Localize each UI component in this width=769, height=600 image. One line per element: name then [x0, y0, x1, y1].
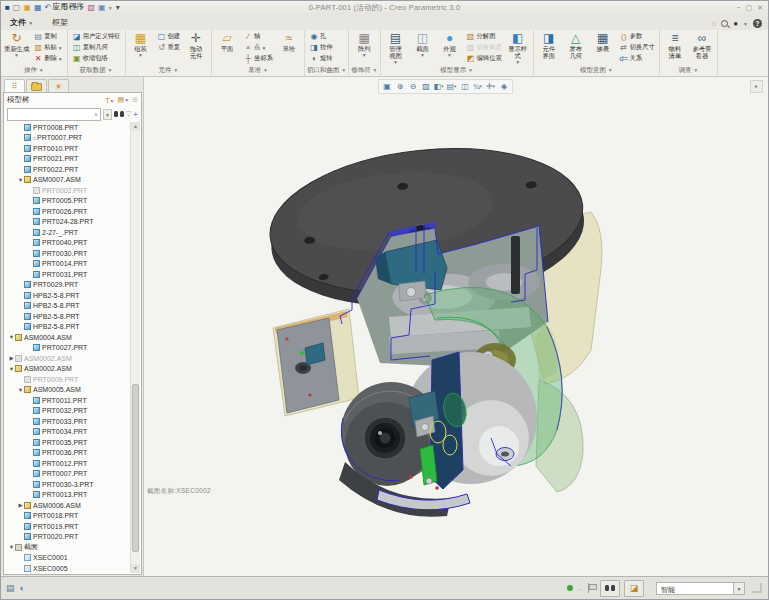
- annotation-display-icon[interactable]: ¾▼: [472, 81, 484, 92]
- flag-icon[interactable]: [587, 583, 596, 593]
- tree-item-PRT0029.PRT[interactable]: PRT0029.PRT: [5, 280, 131, 291]
- ribbon-button-草绘[interactable]: ≈草绘: [276, 31, 302, 64]
- expand-search-icon[interactable]: +: [133, 110, 138, 119]
- ribbon-button-拖动元件[interactable]: ✛拖动 元件: [183, 31, 209, 64]
- ribbon-button-截面[interactable]: ◫截面▼: [410, 31, 436, 64]
- ribbon-button-粘贴[interactable]: ▥粘贴▼: [31, 42, 65, 53]
- ribbon-group-label[interactable]: 切口和曲面 ▼: [307, 64, 346, 75]
- tab-model-tree[interactable]: ⠿: [4, 79, 25, 93]
- ribbon-group-label[interactable]: 获取数据 ▼: [70, 64, 123, 75]
- tree-item-PRT024-28.PRT[interactable]: PRT024-28.PRT: [5, 217, 131, 228]
- datum-display-icon[interactable]: ✛▼: [485, 81, 497, 92]
- new-file-icon[interactable]: ▢: [13, 4, 21, 12]
- toolbar-overflow-icon[interactable]: ▸: [750, 80, 763, 93]
- gimbal-camera-model[interactable]: [239, 132, 649, 532]
- tree-item-PRT0009.PRT[interactable]: PRT0009.PRT: [5, 374, 131, 385]
- tree-item-PRT0010.PRT[interactable]: PRT0010.PRT: [5, 143, 131, 154]
- view-manager-icon[interactable]: ◫: [459, 81, 471, 92]
- app-icon[interactable]: ■: [5, 4, 10, 12]
- tree-item-截面[interactable]: ▼截面: [5, 542, 131, 553]
- help-icon[interactable]: ?: [753, 19, 762, 28]
- display-style-icon[interactable]: ◧▼: [433, 81, 445, 92]
- ribbon-button-拉伸[interactable]: ◨拉伸: [307, 42, 335, 53]
- selection-filter-value[interactable]: 智能: [656, 582, 734, 595]
- collapse-arrow-icon[interactable]: ▼: [8, 334, 15, 340]
- tab-applications[interactable]: 应用程序: [43, 0, 93, 14]
- ribbon-button-显示样式[interactable]: ◧显示样 式▼: [505, 31, 531, 64]
- tree-item-ASM0005.ASM[interactable]: ▼ASM0005.ASM: [5, 385, 131, 396]
- tree-item-PRT0005.PRT[interactable]: PRT0005.PRT: [5, 196, 131, 207]
- tree-item-ASM0007.ASM[interactable]: ▼ASM0007.ASM: [5, 175, 131, 186]
- tree-item-HPB2-5-8.PRT[interactable]: HPB2-5-8.PRT: [5, 311, 131, 322]
- open-file-icon[interactable]: ▣: [23, 4, 31, 12]
- collapse-arrow-icon[interactable]: ▼: [17, 177, 24, 183]
- expand-arrow-icon[interactable]: ▶: [8, 355, 15, 361]
- tree-item-HPB2-5-8.PRT[interactable]: HPB2-5-8.PRT: [5, 290, 131, 301]
- tree-item-PRT0011.PRT[interactable]: PRT0011.PRT: [5, 395, 131, 406]
- tree-item-PRT0021.PRT[interactable]: PRT0021.PRT: [5, 154, 131, 165]
- tree-scrollbar[interactable]: ▲ ▼: [130, 122, 140, 573]
- collapse-arrow-icon[interactable]: ▼: [8, 544, 15, 550]
- ribbon-button-重复[interactable]: ↺重复: [155, 42, 183, 53]
- tree-item-HPB2-5-8.PRT[interactable]: HPB2-5-8.PRT: [5, 301, 131, 312]
- tab-file[interactable]: 文件 ▼: [1, 14, 42, 30]
- ribbon-button-重新生成[interactable]: ↻重新生成▼: [3, 31, 30, 64]
- command-locator-icon[interactable]: ⌂: [711, 19, 716, 28]
- graphics-viewport[interactable]: ▣⊕⊖▨◧▼▤▼◫¾▼✛▼◈ ▸ 截面名称:XSEC0002: [144, 77, 768, 576]
- chevron-down-icon[interactable]: ▼: [743, 21, 748, 27]
- ribbon-button-旋转[interactable]: ◖旋转: [307, 53, 335, 64]
- close-button[interactable]: ✕: [757, 4, 763, 12]
- ribbon-group-label[interactable]: 修饰符 ▼: [351, 64, 377, 75]
- tree-item-PRT0018.PRT[interactable]: PRT0018.PRT: [5, 511, 131, 522]
- tree-item-ASM0002.ASM[interactable]: ▶ASM0002.ASM: [5, 353, 131, 364]
- ribbon-button-编辑位置[interactable]: ◩编辑位置: [464, 53, 504, 64]
- ribbon-button-孔[interactable]: ◉孔: [307, 31, 335, 42]
- ribbon-group-label[interactable]: 调查 ▼: [662, 64, 715, 75]
- ribbon-button-删除[interactable]: ✕删除▼: [31, 53, 65, 64]
- tree-item-PRT0007.PRT[interactable]: PRT0007.PRT: [5, 469, 131, 480]
- tree-item-PRT0040.PRT[interactable]: PRT0040.PRT: [5, 238, 131, 249]
- resize-grip[interactable]: [752, 583, 762, 593]
- tab-favorites[interactable]: ★: [48, 79, 69, 93]
- ribbon-button-组装[interactable]: ▦组装▼: [128, 31, 154, 64]
- spin-center-icon[interactable]: ◈: [498, 81, 510, 92]
- tree-item-PRT0020.PRT[interactable]: PRT0020.PRT: [5, 532, 131, 543]
- ribbon-button-阵列[interactable]: ▦阵列▼: [351, 31, 377, 64]
- select-in-box-button[interactable]: ◪: [624, 580, 644, 597]
- find-button[interactable]: [600, 580, 620, 597]
- search-options-dropdown[interactable]: ▼: [103, 109, 112, 120]
- ribbon-button-收缩包络[interactable]: ▣收缩包络: [70, 53, 123, 64]
- saved-orientations-icon[interactable]: ▤▼: [446, 81, 458, 92]
- ribbon-group-label[interactable]: 基准 ▼: [214, 64, 302, 75]
- ribbon-button-族表[interactable]: ▦族表: [590, 31, 616, 64]
- ribbon-button-外观[interactable]: ●外观▼: [437, 31, 463, 64]
- tree-item-ASM0002.ASM[interactable]: ▼ASM0002.ASM: [5, 364, 131, 375]
- ribbon-button-切换尺寸[interactable]: ⇄切换尺寸: [617, 42, 657, 53]
- selection-filter-dropdown[interactable]: ▼: [734, 582, 745, 595]
- tree-item-PRT0008.PRT[interactable]: PRT0008.PRT: [5, 122, 131, 133]
- repaint-icon[interactable]: ▨: [420, 81, 432, 92]
- ribbon-button-坐标系[interactable]: ┼坐标系: [241, 53, 275, 64]
- ribbon-button-关系[interactable]: d=关系: [617, 53, 657, 64]
- ribbon-button-参考查看器[interactable]: ∞参考查 看器: [689, 31, 715, 64]
- search-icon[interactable]: [721, 20, 728, 27]
- ribbon-button-复制[interactable]: ▤复制: [31, 31, 65, 42]
- tree-item-XSEC0001[interactable]: XSEC0001: [5, 553, 131, 564]
- tree-settings-icon[interactable]: T▼: [105, 97, 114, 104]
- clear-search-icon[interactable]: ×: [94, 111, 98, 118]
- tree-item-XSEC0005[interactable]: XSEC0005: [5, 563, 131, 573]
- more-commands-icon[interactable]: ▾: [116, 4, 120, 12]
- tree-columns-icon[interactable]: ▤▼: [118, 96, 130, 104]
- ribbon-group-label[interactable]: 模型意图 ▼: [536, 64, 657, 75]
- tree-item-PRT0035.PRT[interactable]: PRT0035.PRT: [5, 437, 131, 448]
- tree-item-PRT0013.PRT[interactable]: PRT0013.PRT: [5, 490, 131, 501]
- tree-item-2-27-_.PRT[interactable]: 2-27-_.PRT: [5, 227, 131, 238]
- tree-toggle-icon[interactable]: ▤: [6, 583, 15, 593]
- tree-item-ASM0006.ASM[interactable]: ▶ASM0006.ASM: [5, 500, 131, 511]
- tab-framework[interactable]: 框架: [43, 14, 93, 30]
- tree-item-PRT0012.PRT[interactable]: PRT0012.PRT: [5, 458, 131, 469]
- scroll-down-icon[interactable]: ▼: [131, 564, 140, 573]
- ribbon-group-label[interactable]: 操作 ▼: [3, 64, 65, 75]
- restore-button[interactable]: ▢: [746, 4, 753, 12]
- display-sphere-icon[interactable]: ●: [733, 19, 738, 28]
